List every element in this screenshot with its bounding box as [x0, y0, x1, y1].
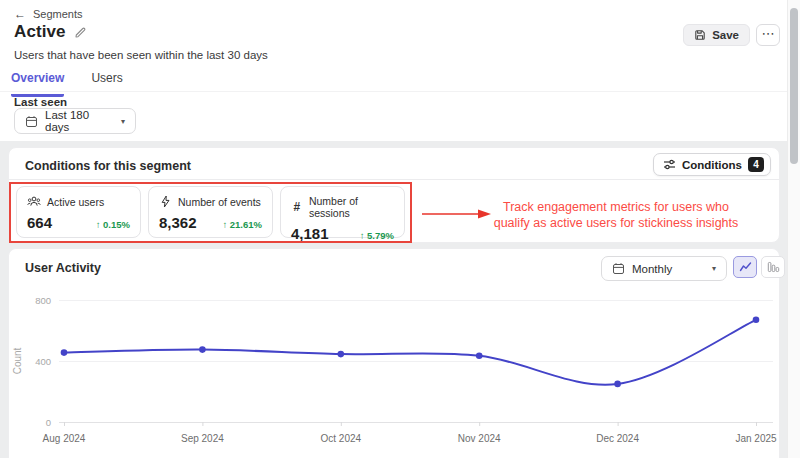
vertical-scrollbar [787, 0, 800, 458]
svg-text:Nov 2024: Nov 2024 [458, 433, 501, 444]
svg-text:Count: Count [12, 347, 23, 374]
save-button[interactable]: Save [683, 24, 750, 46]
divider [9, 179, 779, 180]
metric-label: Number of sessions [309, 195, 394, 219]
back-arrow-icon: ← [14, 7, 26, 21]
ellipsis-icon: ⋯ [762, 27, 775, 40]
last-seen-value: Last 180 days [45, 109, 114, 133]
sliders-icon [663, 158, 676, 171]
metric-change: ↑ 5.79% [360, 230, 394, 241]
header-actions: Save ⋯ [683, 24, 780, 46]
last-seen-label: Last seen [14, 96, 67, 108]
bar-chart-toggle-button[interactable] [761, 256, 785, 278]
save-icon [694, 29, 706, 41]
conditions-button[interactable]: Conditions 4 [653, 153, 771, 176]
users-icon [27, 195, 41, 208]
user-activity-title: User Activity [25, 261, 101, 275]
conditions-section: Conditions for this segment Conditions 4 [8, 147, 780, 243]
period-value: Monthly [632, 263, 705, 275]
line-chart-icon [739, 261, 752, 273]
metric-label: Active users [47, 196, 104, 208]
more-options-button[interactable]: ⋯ [756, 24, 780, 46]
up-arrow-icon: ↑ [360, 230, 365, 241]
metric-card-sessions: # Number of sessions 4,181 ↑ 5.79% [280, 186, 405, 238]
up-arrow-icon: ↑ [222, 219, 227, 230]
conditions-button-label: Conditions [682, 159, 742, 171]
save-button-label: Save [712, 29, 739, 41]
tab-overview[interactable]: Overview [11, 71, 64, 97]
metric-value: 8,362 [159, 214, 197, 231]
breadcrumb-label: Segments [33, 8, 83, 20]
page-subtitle: Users that have been seen within the las… [14, 49, 268, 61]
main-content: ← Segments Active Users that have been s… [0, 0, 787, 458]
svg-text:400: 400 [35, 356, 51, 367]
up-arrow-icon: ↑ [96, 219, 101, 230]
tab-bar: Overview Users [11, 71, 123, 97]
conditions-count-badge: 4 [748, 157, 764, 172]
user-activity-section: User Activity Monthly ▾ [8, 248, 780, 458]
edit-pencil-icon[interactable] [74, 26, 87, 39]
scrollbar-thumb[interactable] [790, 8, 798, 164]
tab-users[interactable]: Users [91, 71, 122, 97]
line-chart-toggle-button[interactable] [733, 256, 757, 278]
last-seen-dropdown[interactable]: Last 180 days ▾ [14, 108, 136, 134]
metric-card-events: Number of events 8,362 ↑ 21.61% [148, 186, 273, 238]
svg-text:Jan 2025: Jan 2025 [735, 433, 777, 444]
svg-text:Dec 2024: Dec 2024 [596, 433, 639, 444]
metric-label: Number of events [178, 196, 261, 208]
svg-text:Aug 2024: Aug 2024 [43, 433, 86, 444]
svg-text:0: 0 [46, 417, 51, 428]
conditions-title: Conditions for this segment [25, 159, 191, 173]
tabs-divider [0, 91, 787, 92]
bar-chart-icon [767, 261, 780, 273]
period-dropdown[interactable]: Monthly ▾ [601, 256, 727, 281]
svg-text:Sep 2024: Sep 2024 [181, 433, 224, 444]
page-header: ← Segments Active Users that have been s… [0, 0, 787, 141]
breadcrumb[interactable]: ← Segments [14, 7, 83, 21]
user-activity-chart: 0400800CountAug 2024Sep 2024Oct 2024Nov … [9, 289, 781, 458]
hash-icon: # [291, 200, 303, 214]
chevron-down-icon: ▾ [121, 117, 125, 126]
title-row: Active [14, 22, 87, 42]
calendar-icon [25, 115, 38, 128]
metric-value: 4,181 [291, 225, 329, 242]
page-title: Active [14, 22, 66, 42]
chevron-down-icon: ▾ [712, 264, 716, 273]
chart-type-toggle [733, 256, 785, 278]
metric-change: ↑ 21.61% [222, 219, 262, 230]
lightning-icon [159, 195, 172, 208]
metric-card-active-users: Active users 664 ↑ 0.15% [16, 186, 141, 238]
svg-text:Oct 2024: Oct 2024 [321, 433, 362, 444]
calendar-icon [612, 262, 625, 275]
metric-value: 664 [27, 214, 52, 231]
metric-change: ↑ 0.15% [96, 219, 130, 230]
svg-text:800: 800 [35, 295, 51, 306]
